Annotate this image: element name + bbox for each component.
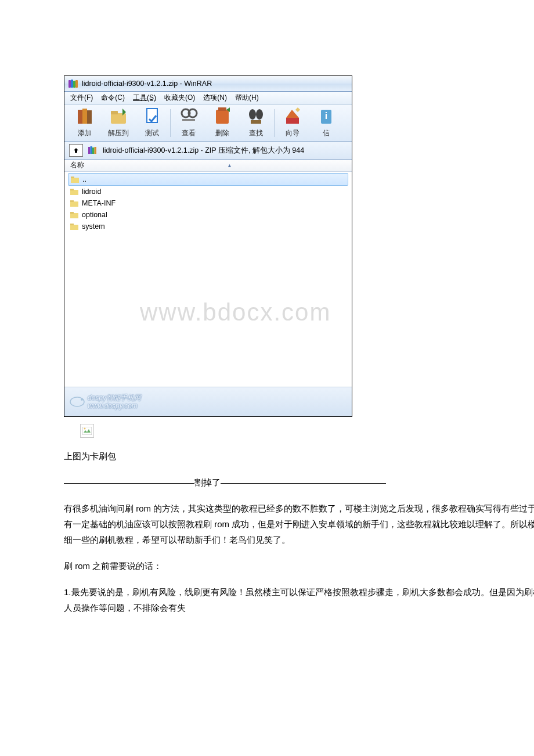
svg-rect-18 [286,118,299,124]
folder-icon [71,176,79,183]
add-button[interactable]: 添加 [68,106,102,140]
menu-file[interactable]: 文件(F) [70,92,93,105]
svg-rect-34 [70,224,74,225]
svg-rect-28 [70,189,74,190]
footer-bar: dospy智能手机网 www.dospy.com [64,387,352,416]
folder-row[interactable]: optional [64,209,352,221]
parent-folder-row[interactable]: .. [68,173,348,186]
broken-image-icon [80,424,94,438]
svg-rect-3 [75,80,78,88]
extract-icon [109,106,128,126]
up-button[interactable] [69,144,83,157]
svg-rect-1 [71,80,73,88]
paragraph-1: 有很多机油询问刷 rom 的方法，其实这类型的教程已经多的数不胜数了，可楼主浏览… [64,501,534,548]
menu-tools[interactable]: 工具(S) [133,92,156,105]
sort-indicator-icon: ▲ [227,161,232,170]
footer-text-2: www.dospy.com [88,402,141,410]
winrar-window: lidroid-official-i9300-v1.2.1.zip - WinR… [64,75,352,417]
svg-rect-33 [70,225,78,230]
svg-rect-32 [70,212,74,214]
folder-icon [70,188,78,195]
view-button[interactable]: 查看 [172,106,205,140]
delete-icon [212,106,232,126]
caption: 上图为卡刷包 [64,448,534,464]
address-text: lidroid-official-i9300-v1.2.1.zip - ZIP … [103,144,304,157]
menu-favorites[interactable]: 收藏夹(O) [164,92,195,105]
view-icon [179,106,199,126]
folder-icon [70,223,78,230]
svg-rect-22 [91,146,93,154]
menu-options[interactable]: 选项(N) [203,92,227,105]
svg-rect-25 [71,178,79,183]
app-icon [68,78,78,89]
svg-rect-27 [70,190,78,195]
svg-rect-0 [68,80,71,88]
svg-point-36 [81,398,83,401]
paragraph-3: 1.最先要说的是，刷机有风险，线刷更有风险！虽然楼主可以保证严格按照教程步骤走，… [64,584,534,615]
svg-rect-29 [70,201,78,207]
extract-button[interactable]: 解压到 [102,106,135,140]
file-list: .. lidroid META-INF optional system www.… [64,172,352,387]
wizard-button[interactable]: 向导 [276,106,309,140]
folder-row[interactable]: lidroid [64,186,352,197]
test-button[interactable]: 测试 [135,106,169,140]
divider: ———————————————割掉了——————————————————— [64,474,534,490]
column-header[interactable]: 名称 ▲ [64,160,352,172]
svg-rect-13 [216,110,229,124]
svg-rect-14 [218,107,226,111]
address-bar: lidroid-official-i9300-v1.2.1.zip - ZIP … [64,142,352,160]
svg-rect-12 [182,119,195,121]
svg-rect-4 [78,110,82,124]
wizard-icon [283,106,302,126]
svg-rect-23 [92,147,95,154]
test-icon [142,106,162,126]
folder-row[interactable]: META-INF [64,197,352,209]
folder-icon [70,200,78,207]
info-icon: i [316,106,336,126]
titlebar: lidroid-official-i9300-v1.2.1.zip - WinR… [64,76,352,92]
menu-command[interactable]: 命令(C) [101,92,125,105]
find-button[interactable]: 查找 [239,106,273,140]
svg-rect-7 [111,113,126,124]
folder-icon [70,211,78,218]
window-title: lidroid-official-i9300-v1.2.1.zip - WinR… [82,77,212,91]
menu-help[interactable]: 帮助(H) [235,92,259,105]
column-name: 名称 [70,159,84,172]
add-icon [75,106,95,126]
archive-icon [88,146,98,155]
dospy-logo-icon [69,394,85,410]
svg-rect-21 [88,147,91,154]
footer-text-1: dospy智能手机网 [88,394,141,402]
find-icon [246,106,266,126]
info-button[interactable]: i信 [309,106,343,140]
folder-row[interactable]: system [64,221,352,232]
svg-point-38 [84,428,86,430]
svg-point-16 [256,109,263,120]
svg-rect-17 [251,120,261,124]
toolbar: 添加 解压到 测试 查看 删除 查找 向导 i信 [64,105,352,142]
svg-rect-8 [111,111,118,114]
svg-rect-30 [70,200,74,202]
svg-rect-6 [87,110,92,124]
up-arrow-icon [73,147,80,154]
svg-rect-37 [82,427,92,435]
paragraph-2: 刷 rom 之前需要说的话： [64,558,534,574]
svg-rect-5 [82,109,87,124]
svg-rect-24 [95,147,97,154]
svg-rect-31 [70,213,78,218]
svg-text:i: i [325,111,327,121]
watermark: www.bdocx.com [140,290,331,334]
svg-point-15 [249,109,256,120]
delete-button[interactable]: 删除 [205,106,239,140]
svg-rect-2 [73,81,75,88]
menubar: 文件(F) 命令(C) 工具(S) 收藏夹(O) 选项(N) 帮助(H) [64,92,352,105]
svg-rect-26 [71,177,74,178]
